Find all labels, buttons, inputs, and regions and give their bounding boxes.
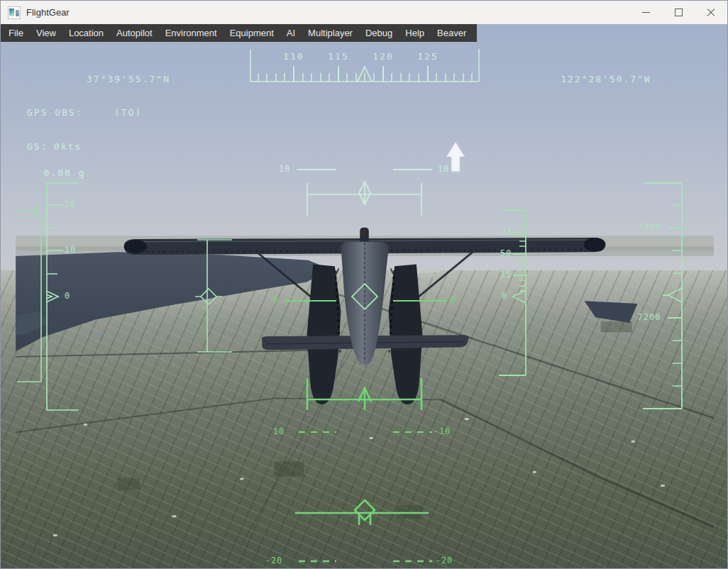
sky [1, 24, 728, 270]
menu-beaver[interactable]: Beaver [431, 28, 473, 38]
menu-file[interactable]: File [2, 28, 30, 38]
close-button[interactable] [695, 1, 727, 24]
menu-equipment[interactable]: Equipment [224, 28, 280, 38]
menu-environment[interactable]: Environment [159, 28, 224, 38]
flightgear-window: 37°39'55.7"N 122°28'50.7"W GPS OBS: (TO)… [0, 0, 728, 569]
menu-debug[interactable]: Debug [359, 28, 399, 38]
terrain [1, 270, 728, 569]
menu-location[interactable]: Location [62, 28, 110, 38]
close-icon [707, 9, 715, 17]
menu-view[interactable]: View [30, 28, 62, 38]
maximize-button[interactable] [662, 1, 695, 24]
window-title: FlightGear [26, 7, 70, 18]
menubar: File View Location Autopilot Environment… [1, 24, 477, 42]
maximize-icon [675, 9, 683, 16]
minimize-icon [642, 12, 650, 13]
minimize-button[interactable] [629, 1, 662, 24]
menu-multiplayer[interactable]: Multiplayer [302, 28, 359, 38]
simulator-viewport[interactable] [1, 24, 728, 569]
titlebar: FlightGear [1, 1, 727, 24]
menu-help[interactable]: Help [399, 28, 431, 38]
app-icon [8, 6, 21, 19]
menu-ai[interactable]: AI [280, 28, 302, 38]
menu-autopilot[interactable]: Autopilot [110, 28, 159, 38]
